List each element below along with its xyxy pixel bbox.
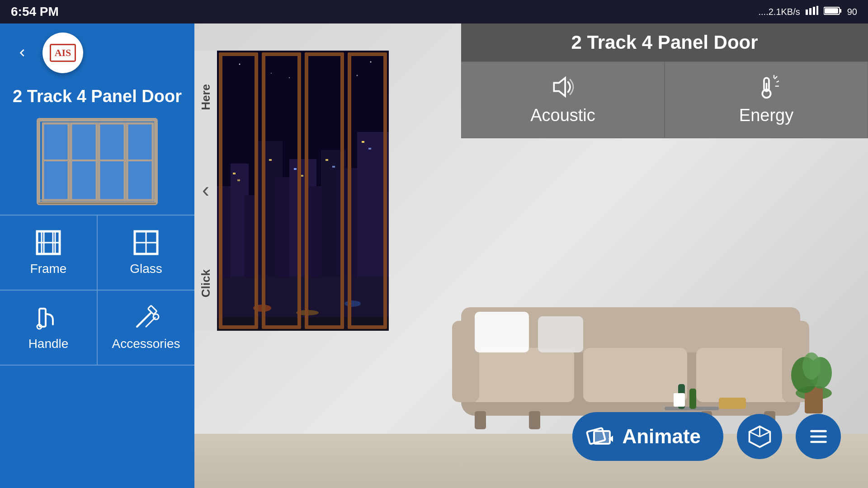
network-speed: ....2.1KB/s [758,7,800,17]
main-area: Here ‹ Click 2 Track 4 Panel Door Acoust… [194,23,868,488]
menu-icon [806,424,831,449]
svg-rect-79 [529,411,540,429]
logo: AIS [42,33,83,73]
handle-icon [35,304,62,331]
svg-rect-78 [475,411,486,429]
animate-icon [586,423,613,450]
svg-rect-25 [148,305,157,314]
svg-rect-9 [71,123,97,200]
svg-rect-76 [475,312,529,352]
acoustic-option[interactable]: Acoustic [461,61,665,138]
3d-view-button[interactable] [737,414,782,459]
frame-label: Frame [30,262,67,276]
door-preview-illustration [34,115,160,206]
battery-percent: 90 [847,7,857,17]
animate-label: Animate [622,425,701,448]
chevron-left-icon[interactable]: ‹ [202,177,209,202]
action-bar: Animate [572,412,841,461]
sidebar-product-title: 2 Track 4 Panel Door [0,78,194,111]
acoustic-label: Acoustic [530,106,595,125]
svg-rect-77 [538,316,583,352]
sidebar-header: AIS [0,33,194,73]
svg-rect-11 [127,123,153,200]
svg-rect-91 [719,398,746,409]
custom-row-2: Handle Accessories [0,291,194,366]
svg-line-66 [777,81,779,82]
here-text: Here [199,84,213,110]
frame-option[interactable]: Frame [0,216,98,290]
battery-icon [824,6,842,18]
svg-rect-10 [99,123,125,200]
menu-button[interactable] [796,414,841,459]
network-type [806,6,818,18]
svg-rect-89 [689,389,696,409]
custom-row-1: Frame Glass [0,216,194,291]
svg-rect-71 [470,348,574,402]
svg-rect-72 [583,348,687,402]
svg-point-27 [153,314,159,319]
svg-rect-2 [813,7,815,15]
frame-icon [35,229,62,256]
door-panel-2 [262,52,301,329]
swipe-panel[interactable]: Here ‹ Click [194,51,217,331]
animate-button[interactable]: Animate [572,412,723,461]
sidebar: AIS 2 Track 4 Panel Door [0,23,194,488]
energy-label: Energy [739,106,793,125]
svg-rect-8 [43,123,69,200]
door-frame-overlay [217,51,389,331]
status-icons: ....2.1KB/s 90 [758,6,857,18]
product-card: 2 Track 4 Panel Door Acoustic [461,23,868,138]
svg-rect-90 [674,393,685,407]
logo-text: AIS [50,44,76,62]
click-text: Click [199,269,213,297]
svg-rect-73 [696,348,791,402]
svg-rect-1 [809,8,811,15]
svg-rect-6 [825,8,838,14]
handle-option[interactable]: Handle [0,291,98,365]
accessories-label: Accessories [112,337,180,351]
handle-label: Handle [28,337,69,351]
glass-label: Glass [130,262,162,276]
product-card-options: Acoustic Energy [461,61,868,138]
status-time: 6:54 PM [11,5,59,19]
svg-line-96 [749,432,760,436]
svg-point-86 [802,352,821,380]
svg-line-65 [774,77,777,79]
svg-rect-93 [594,431,610,444]
svg-rect-3 [816,6,818,15]
svg-rect-98 [810,430,827,432]
speaker-icon [551,75,576,99]
accessories-icon [132,304,160,331]
svg-rect-5 [840,9,841,13]
svg-rect-100 [810,441,827,443]
svg-rect-64 [765,83,767,92]
door-panel-3 [305,52,344,329]
customization-grid: Frame Glass Handle [0,215,194,488]
status-bar: 6:54 PM ....2.1KB/s 90 [0,0,868,23]
svg-rect-0 [806,9,808,15]
thermometer-icon [754,75,779,99]
glass-option[interactable]: Glass [98,216,194,290]
svg-line-97 [760,432,770,436]
door-window-area [194,51,389,331]
svg-rect-99 [810,435,827,437]
3d-view-icon [747,424,772,449]
door-panel-1 [219,52,258,329]
product-card-title: 2 Track 4 Panel Door [461,23,868,61]
glass-icon [132,229,160,256]
door-svg [34,115,160,206]
door-panel-4 [348,52,387,329]
accessories-option[interactable]: Accessories [98,291,194,365]
energy-option[interactable]: Energy [665,61,868,138]
back-button[interactable] [11,42,33,64]
